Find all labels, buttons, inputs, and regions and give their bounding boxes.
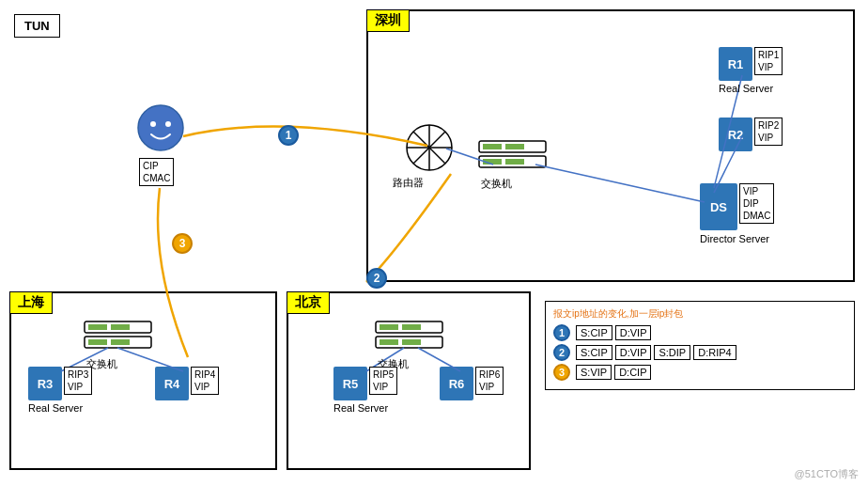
svg-rect-33: [402, 339, 421, 345]
R3-sub: Real Server: [28, 402, 83, 414]
client-icon: [136, 103, 185, 152]
server-DS: DS: [700, 183, 737, 230]
legend-item-2: 2 S:CIP D:VIP S:DIP D:RIP4: [553, 344, 846, 361]
svg-rect-18: [483, 144, 502, 149]
R6-info: RIP6VIP: [475, 367, 504, 395]
svg-rect-20: [483, 159, 502, 165]
svg-point-10: [165, 121, 171, 127]
svg-point-8: [138, 105, 183, 150]
num-circle-2: 2: [366, 268, 387, 289]
num-circle-1: 1: [278, 125, 299, 146]
R5-info: RIP5VIP: [369, 367, 397, 395]
legend-title: 报文ip地址的变化,加一层ip封包: [553, 307, 846, 321]
svg-rect-21: [505, 159, 524, 165]
svg-rect-24: [88, 324, 107, 330]
shanghai-label: 上海: [9, 291, 53, 314]
legend-num-3: 3: [553, 364, 570, 381]
server-R6: R6: [440, 367, 473, 400]
R1-info: RIP1VIP: [754, 47, 783, 75]
legend-num-1: 1: [553, 324, 570, 341]
server-R4: R4: [155, 367, 189, 400]
R3-info: RIP3VIP: [64, 367, 92, 395]
legend-item-3: 3 S:VIP D:CIP: [553, 364, 846, 381]
num-circle-3: 3: [172, 233, 193, 254]
beijing-label: 北京: [287, 291, 330, 314]
svg-rect-19: [505, 144, 524, 149]
switch-shanghai: [83, 320, 153, 358]
DS-info: VIPDIPDMAC: [739, 183, 774, 224]
svg-rect-25: [111, 324, 130, 330]
R1-sub: Real Server: [719, 83, 773, 94]
legend-num-2: 2: [553, 344, 570, 361]
router-label: 路由器: [393, 176, 424, 190]
client-info: CIPCMAC: [139, 158, 174, 186]
svg-rect-27: [111, 339, 130, 345]
svg-rect-26: [88, 339, 107, 345]
R5-sub: Real Server: [333, 402, 388, 414]
svg-rect-31: [402, 324, 421, 330]
server-R5: R5: [333, 367, 367, 400]
watermark: @51CTO博客: [795, 467, 859, 481]
switch-shenzhen: [477, 139, 548, 178]
switch-beijing: [374, 320, 444, 358]
legend-item-1: 1 S:CIP D:VIP: [553, 324, 846, 341]
shenzhen-label: 深圳: [366, 9, 410, 32]
server-R1: R1: [719, 47, 752, 81]
svg-point-9: [150, 121, 156, 127]
legend-box: 报文ip地址的变化,加一层ip封包 1 S:CIP D:VIP 2 S:CIP …: [545, 301, 855, 390]
R4-info: RIP4VIP: [191, 367, 219, 395]
server-R3: R3: [28, 367, 62, 400]
router-icon: [404, 122, 453, 171]
svg-rect-32: [380, 339, 398, 345]
svg-rect-30: [380, 324, 398, 330]
tun-label: TUN: [14, 14, 60, 38]
R2-info: RIP2VIP: [754, 118, 783, 146]
switch-shenzhen-label: 交换机: [481, 177, 512, 191]
server-R2: R2: [719, 118, 752, 151]
DS-sub: Director Server: [700, 233, 769, 244]
